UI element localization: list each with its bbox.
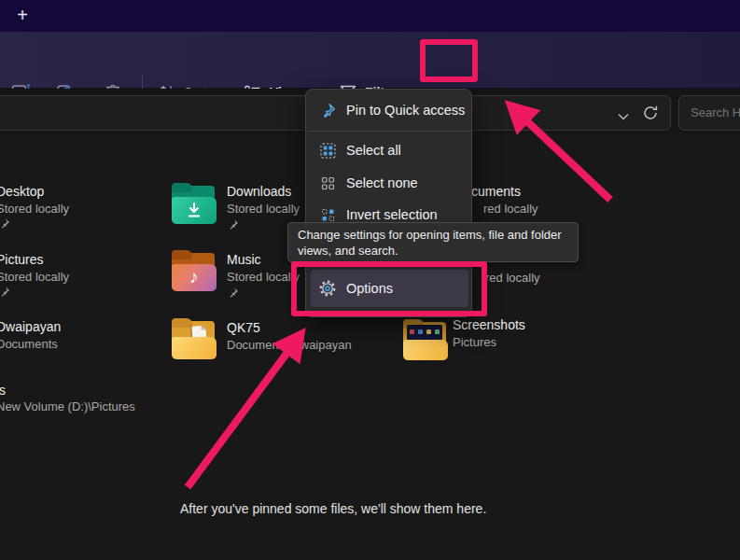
menu-item-pin-to-quick-access[interactable]: Pin to Quick access: [311, 94, 468, 126]
qk75-folder-icon[interactable]: [172, 318, 216, 361]
menu-item-label: Invert selection: [346, 207, 438, 222]
tooltip-line2: views, and search.: [298, 244, 568, 259]
pin-icon: [0, 217, 10, 229]
tile-subtitle: red locally: [485, 271, 540, 285]
pin-icon: [319, 102, 336, 119]
command-toolbar: A Sort View: [0, 32, 740, 89]
search-input[interactable]: [689, 105, 740, 120]
screenshots-folder-icon[interactable]: [403, 319, 448, 362]
pin-icon: [227, 217, 239, 230]
tile-subtitle: Documents: [0, 337, 58, 351]
tile-subtitle: red locally: [483, 202, 538, 216]
tile-name[interactable]: Downloads: [227, 184, 291, 199]
menu-item-options[interactable]: Options: [311, 270, 468, 307]
search-box[interactable]: [678, 95, 740, 131]
tile-subtitle: Stored locally: [0, 270, 69, 284]
tile-name[interactable]: Music: [227, 252, 261, 267]
menu-separator: [307, 131, 471, 132]
tile-subtitle: New Volume (D:)\Pictures: [0, 399, 135, 413]
tile-subtitle: Documents\Dwaipayan: [227, 338, 352, 352]
menu-item-label: Select none: [346, 175, 418, 190]
tile-subtitle: Pictures: [453, 335, 496, 349]
tile-name[interactable]: Pictures: [0, 252, 44, 267]
refresh-icon[interactable]: [642, 105, 659, 125]
tile-name[interactable]: Desktop: [0, 184, 44, 199]
favorites-empty-message: After you've pinned some files, we'll sh…: [180, 501, 486, 516]
new-tab-button[interactable]: +: [11, 5, 34, 27]
pin-icon: [0, 285, 10, 297]
menu-item-select-none[interactable]: Select none: [311, 167, 468, 199]
menu-item-label: Pin to Quick access: [346, 103, 465, 118]
tile-name[interactable]: cuments: [471, 184, 521, 199]
pin-icon: [227, 286, 239, 298]
options-tooltip: Change settings for opening items, file …: [287, 222, 579, 262]
gear-icon: [319, 280, 336, 297]
tile-subtitle: Stored locally: [227, 202, 300, 216]
menu-item-select-all[interactable]: Select all: [311, 134, 468, 166]
menu-item-label: Options: [346, 281, 393, 296]
tile-name[interactable]: Screenshots: [453, 317, 525, 332]
tile-name[interactable]: ls: [0, 383, 6, 398]
select-all-icon: [319, 142, 336, 159]
see-more-menu: Pin to Quick access Select all Select no…: [305, 89, 472, 317]
tile-subtitle: Stored locally: [0, 202, 69, 216]
tile-subtitle: Stored locally: [227, 270, 300, 284]
menu-item-label: Select all: [346, 143, 401, 158]
file-explorer-window: + A Sort: [0, 0, 740, 560]
invert-selection-icon: [319, 206, 336, 223]
tile-name[interactable]: Dwaipayan: [0, 319, 61, 334]
tooltip-line1: Change settings for opening items, file …: [298, 228, 568, 244]
address-dropdown-chevron-icon[interactable]: [618, 107, 629, 124]
select-none-icon: [319, 175, 336, 191]
tab-bar: +: [0, 0, 740, 32]
downloads-folder-icon[interactable]: [172, 183, 216, 226]
tile-name[interactable]: QK75: [227, 320, 260, 335]
music-folder-icon[interactable]: ♪: [172, 250, 216, 293]
